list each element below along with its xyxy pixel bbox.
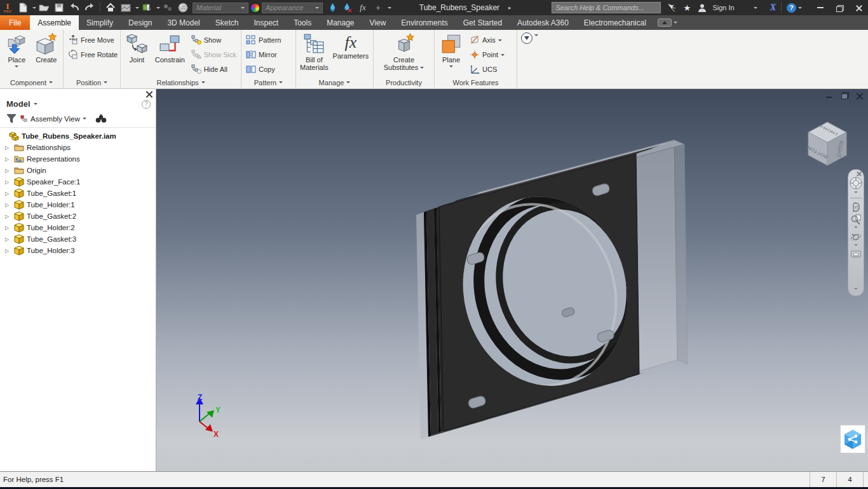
tab-autodesk-a360[interactable]: Autodesk A360 [510,15,576,30]
open-icon[interactable] [37,1,51,15]
appearance-wheel-icon[interactable] [250,3,260,13]
clear-appearance-icon[interactable] [341,1,355,15]
wheel-dropdown[interactable] [854,191,858,195]
sign-in-dropdown[interactable] [754,7,757,11]
expander-icon[interactable]: ▷ [5,214,11,219]
tab-sketch[interactable]: Sketch [208,15,247,30]
tree-root-assembly[interactable]: Tube_Rubens_Speaker.iam [0,130,156,142]
joint-button[interactable]: Joint [123,32,151,64]
tree-item-relationships[interactable]: ▷ Relationships [0,142,156,153]
window-close-button[interactable] [849,0,868,15]
favorites-star-icon[interactable]: ★ [680,1,694,15]
adjust-appearance-icon[interactable] [325,1,339,15]
tree-item-representations[interactable]: ▷ Representations [0,153,156,165]
help-icon[interactable]: ? [787,3,796,13]
expander-icon[interactable]: ▷ [5,168,11,174]
tree-item-tube-gasket-2[interactable]: ▷ Tube_Gasket:2 [0,210,156,222]
exchange-apps-icon[interactable]: X [770,3,776,13]
expander-icon[interactable]: ▷ [5,179,11,185]
parameters-fx-icon[interactable]: fx [356,1,370,15]
expander-icon[interactable]: ▷ [5,191,11,196]
tree-item-tube-gasket-3[interactable]: ▷ Tube_Gasket:3 [0,233,156,245]
group-label-component[interactable]: Component [0,76,63,88]
ribbon-collapse-button[interactable] [521,32,538,46]
point-button[interactable]: Point [468,48,506,62]
view-cube[interactable]: FRONT BOTTOM RIGHT [803,117,851,170]
doc-close-icon[interactable] [855,92,864,100]
plane-button[interactable]: Plane [437,32,465,69]
tab-inspect[interactable]: Inspect [246,15,286,30]
pattern-button[interactable]: Pattern [244,33,283,47]
window-minimize-button[interactable] [811,0,830,15]
tree-item-tube-holder-1[interactable]: ▷ Tube_Holder:1 [0,199,156,210]
tree-item-speaker-face-1[interactable]: ▷ Speaker_Face:1 [0,176,156,188]
search-input[interactable] [552,2,661,13]
tree-item-tube-holder-3[interactable]: ▷ Tube_Holder:3 [0,245,156,256]
free-move-button[interactable]: Free Move [66,33,119,47]
doc-minimize-icon[interactable] [825,92,834,100]
expander-icon[interactable]: ▷ [5,225,11,231]
expander-icon[interactable]: ▷ [5,156,11,162]
tab-file[interactable]: File [0,15,30,30]
place-button[interactable]: Place [3,32,31,69]
appearance-combo[interactable]: Appearance [262,3,323,13]
zoom-dropdown[interactable] [854,226,858,230]
filter-icon[interactable] [6,114,17,123]
tree-item-tube-holder-2[interactable]: ▷ Tube_Holder:2 [0,222,156,233]
mirror-button[interactable]: Mirror [244,48,283,62]
create-substitutes-dropdown[interactable] [420,67,424,71]
show-button[interactable]: Show [189,33,238,47]
orbit-icon[interactable] [850,231,862,243]
render-dropdown[interactable] [135,7,139,11]
ribbon-display-toggle[interactable] [658,15,677,30]
add-quick-access-icon[interactable]: + [371,1,385,15]
tab-assemble[interactable]: Assemble [30,15,79,30]
help-dropdown[interactable] [798,7,802,11]
parameters-button[interactable]: fx Parameters [331,32,370,60]
redo-icon[interactable] [83,1,97,15]
search-binoculars-icon[interactable] [95,114,107,123]
free-rotate-button[interactable]: Free Rotate [66,48,119,62]
new-file-dropdown[interactable] [32,7,36,11]
group-label-pattern[interactable]: Pattern [241,76,295,88]
pan-icon[interactable] [850,201,862,212]
constrain-button[interactable]: Constrain [152,32,188,64]
save-icon[interactable] [52,1,66,15]
measure-dropdown[interactable] [156,7,160,11]
viewport-3d[interactable]: FRONT BOTTOM RIGHT [156,89,868,471]
ucs-button[interactable]: UCS [468,62,506,76]
measure-icon[interactable] [140,1,154,15]
quick-access-dropdown[interactable] [388,7,391,11]
tab-3d-model[interactable]: 3D Model [159,15,207,30]
material-sphere-icon[interactable] [176,1,190,15]
new-file-icon[interactable] [16,1,30,15]
expander-icon[interactable]: ▷ [5,248,11,254]
look-at-icon[interactable] [850,249,862,259]
tab-manage[interactable]: Manage [319,15,362,30]
bill-of-materials-button[interactable]: Bill of Materials [299,32,330,71]
tab-view[interactable]: View [362,15,394,30]
orbit-dropdown[interactable] [854,244,858,248]
browser-close-icon[interactable] [146,90,153,98]
axis-dropdown[interactable] [498,39,502,43]
hide-all-button[interactable]: Hide All [189,62,238,76]
shared-views-badge[interactable] [840,425,865,453]
create-button[interactable]: Create [32,32,61,64]
tab-design[interactable]: Design [121,15,159,30]
tab-electromechanical[interactable]: Electromechanical [576,15,654,30]
tab-tools[interactable]: Tools [286,15,319,30]
view-mode-combo[interactable]: Assembly View [20,115,86,123]
tab-environments[interactable]: Environments [393,15,455,30]
navigation-wheel-icon[interactable] [849,176,863,190]
view-mode-dropdown[interactable] [83,118,86,121]
expander-icon[interactable]: ▷ [5,145,11,151]
axis-button[interactable]: Axis [468,33,506,47]
tree-item-tube-gasket-1[interactable]: ▷ Tube_Gasket:1 [0,188,156,199]
point-dropdown[interactable] [501,54,505,58]
expander-icon[interactable]: ▷ [5,202,11,208]
render-image-icon[interactable] [119,1,133,15]
browser-help-icon[interactable]: ? [142,100,151,109]
doc-restore-icon[interactable] [840,92,849,100]
group-label-position[interactable]: Position [64,76,120,88]
home-icon[interactable] [104,1,118,15]
